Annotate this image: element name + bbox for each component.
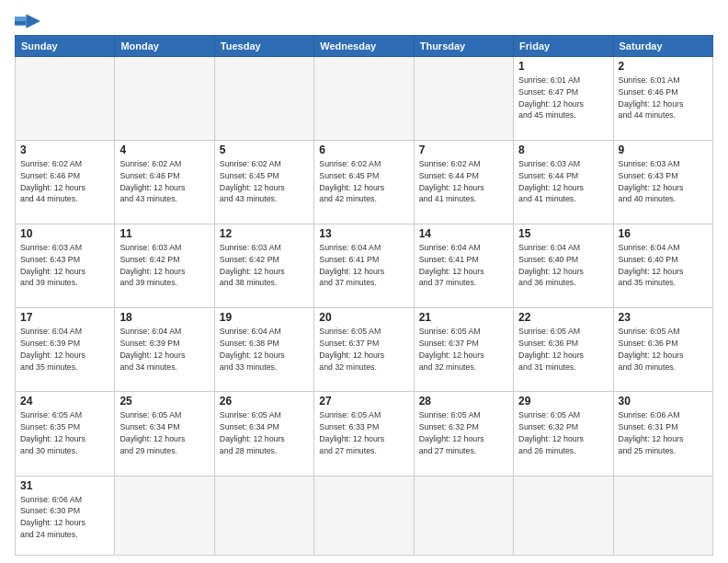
page: SundayMondayTuesdayWednesdayThursdayFrid… [0, 0, 728, 563]
day-number: 7 [419, 144, 508, 156]
calendar-cell: 9Sunrise: 6:03 AM Sunset: 6:43 PM Daylig… [613, 141, 712, 224]
day-info: Sunrise: 6:05 AM Sunset: 6:35 PM Dayligh… [20, 409, 109, 456]
day-info: Sunrise: 6:04 AM Sunset: 6:41 PM Dayligh… [419, 242, 508, 289]
day-info: Sunrise: 6:04 AM Sunset: 6:39 PM Dayligh… [20, 326, 109, 373]
calendar-cell [115, 57, 214, 141]
calendar-cell: 28Sunrise: 6:05 AM Sunset: 6:32 PM Dayli… [414, 392, 513, 476]
weekday-header-thursday: Thursday [414, 36, 513, 57]
calendar-cell: 29Sunrise: 6:05 AM Sunset: 6:32 PM Dayli… [514, 392, 613, 476]
calendar-cell [514, 476, 613, 555]
week-row-3: 17Sunrise: 6:04 AM Sunset: 6:39 PM Dayli… [16, 308, 713, 392]
header [15, 11, 713, 31]
weekday-header-saturday: Saturday [613, 36, 712, 57]
calendar-cell: 11Sunrise: 6:03 AM Sunset: 6:42 PM Dayli… [115, 224, 214, 308]
day-number: 16 [619, 227, 708, 240]
calendar-table: SundayMondayTuesdayWednesdayThursdayFrid… [15, 35, 713, 556]
day-number: 28 [419, 395, 508, 408]
day-info: Sunrise: 6:05 AM Sunset: 6:34 PM Dayligh… [220, 409, 309, 456]
calendar-cell: 19Sunrise: 6:04 AM Sunset: 6:38 PM Dayli… [214, 308, 313, 392]
day-info: Sunrise: 6:03 AM Sunset: 6:43 PM Dayligh… [619, 158, 708, 205]
day-info: Sunrise: 6:02 AM Sunset: 6:45 PM Dayligh… [319, 158, 408, 205]
calendar-cell: 22Sunrise: 6:05 AM Sunset: 6:36 PM Dayli… [514, 308, 613, 392]
calendar-cell: 5Sunrise: 6:02 AM Sunset: 6:45 PM Daylig… [214, 141, 313, 224]
calendar-cell: 27Sunrise: 6:05 AM Sunset: 6:33 PM Dayli… [314, 392, 414, 476]
svg-rect-2 [15, 17, 26, 21]
day-number: 24 [20, 395, 109, 408]
day-number: 13 [319, 227, 408, 240]
calendar-cell: 12Sunrise: 6:03 AM Sunset: 6:42 PM Dayli… [214, 224, 313, 308]
calendar-cell [414, 476, 513, 555]
day-number: 23 [619, 311, 708, 324]
day-number: 25 [119, 395, 209, 408]
generalblue-logo-icon [15, 11, 40, 31]
day-info: Sunrise: 6:01 AM Sunset: 6:47 PM Dayligh… [518, 75, 608, 121]
calendar-cell: 26Sunrise: 6:05 AM Sunset: 6:34 PM Dayli… [214, 392, 313, 476]
week-row-1: 3Sunrise: 6:02 AM Sunset: 6:46 PM Daylig… [16, 141, 713, 224]
week-row-2: 10Sunrise: 6:03 AM Sunset: 6:43 PM Dayli… [16, 224, 713, 308]
day-number: 10 [20, 227, 109, 240]
day-number: 5 [220, 144, 309, 156]
day-info: Sunrise: 6:02 AM Sunset: 6:46 PM Dayligh… [20, 158, 109, 205]
calendar-cell [115, 476, 214, 555]
day-number: 20 [319, 311, 408, 324]
svg-marker-1 [26, 14, 40, 29]
weekday-header-row: SundayMondayTuesdayWednesdayThursdayFrid… [16, 36, 713, 57]
day-info: Sunrise: 6:05 AM Sunset: 6:37 PM Dayligh… [319, 326, 408, 373]
calendar-cell: 8Sunrise: 6:03 AM Sunset: 6:44 PM Daylig… [514, 141, 613, 224]
day-info: Sunrise: 6:04 AM Sunset: 6:38 PM Dayligh… [220, 326, 309, 373]
calendar-cell: 20Sunrise: 6:05 AM Sunset: 6:37 PM Dayli… [314, 308, 414, 392]
calendar-cell: 7Sunrise: 6:02 AM Sunset: 6:44 PM Daylig… [414, 141, 513, 224]
day-info: Sunrise: 6:05 AM Sunset: 6:34 PM Dayligh… [119, 409, 209, 456]
day-info: Sunrise: 6:05 AM Sunset: 6:36 PM Dayligh… [518, 326, 608, 373]
calendar-cell [613, 476, 712, 555]
calendar-cell [16, 57, 115, 141]
calendar-cell [314, 476, 414, 555]
week-row-4: 24Sunrise: 6:05 AM Sunset: 6:35 PM Dayli… [16, 392, 713, 476]
calendar-cell: 6Sunrise: 6:02 AM Sunset: 6:45 PM Daylig… [314, 141, 414, 224]
day-number: 9 [619, 144, 708, 156]
day-number: 6 [319, 144, 408, 156]
day-info: Sunrise: 6:05 AM Sunset: 6:36 PM Dayligh… [619, 326, 708, 373]
calendar-cell [414, 57, 513, 141]
day-info: Sunrise: 6:04 AM Sunset: 6:39 PM Dayligh… [119, 326, 209, 373]
day-info: Sunrise: 6:02 AM Sunset: 6:46 PM Dayligh… [119, 158, 209, 205]
day-number: 1 [518, 60, 608, 73]
calendar-cell: 13Sunrise: 6:04 AM Sunset: 6:41 PM Dayli… [314, 224, 414, 308]
day-info: Sunrise: 6:04 AM Sunset: 6:40 PM Dayligh… [518, 242, 608, 289]
day-number: 29 [518, 395, 608, 408]
day-number: 30 [619, 395, 708, 408]
weekday-header-wednesday: Wednesday [314, 36, 414, 57]
calendar-cell: 31Sunrise: 6:06 AM Sunset: 6:30 PM Dayli… [16, 476, 115, 555]
day-number: 14 [419, 227, 508, 240]
day-number: 31 [20, 479, 109, 492]
calendar-cell: 24Sunrise: 6:05 AM Sunset: 6:35 PM Dayli… [16, 392, 115, 476]
calendar-cell: 1Sunrise: 6:01 AM Sunset: 6:47 PM Daylig… [514, 57, 613, 141]
day-number: 15 [518, 227, 608, 240]
calendar-cell: 15Sunrise: 6:04 AM Sunset: 6:40 PM Dayli… [514, 224, 613, 308]
day-number: 4 [119, 144, 209, 156]
calendar-cell [314, 57, 414, 141]
calendar-cell: 14Sunrise: 6:04 AM Sunset: 6:41 PM Dayli… [414, 224, 513, 308]
day-info: Sunrise: 6:05 AM Sunset: 6:37 PM Dayligh… [419, 326, 508, 373]
day-info: Sunrise: 6:06 AM Sunset: 6:31 PM Dayligh… [619, 409, 708, 456]
day-number: 2 [619, 60, 708, 73]
logo [15, 11, 44, 31]
day-number: 3 [20, 144, 109, 156]
weekday-header-tuesday: Tuesday [214, 36, 313, 57]
day-info: Sunrise: 6:01 AM Sunset: 6:46 PM Dayligh… [619, 75, 708, 121]
calendar-cell: 2Sunrise: 6:01 AM Sunset: 6:46 PM Daylig… [613, 57, 712, 141]
calendar-cell: 30Sunrise: 6:06 AM Sunset: 6:31 PM Dayli… [613, 392, 712, 476]
day-info: Sunrise: 6:03 AM Sunset: 6:43 PM Dayligh… [20, 242, 109, 289]
day-info: Sunrise: 6:05 AM Sunset: 6:32 PM Dayligh… [419, 409, 508, 456]
day-number: 17 [20, 311, 109, 324]
day-info: Sunrise: 6:03 AM Sunset: 6:44 PM Dayligh… [518, 158, 608, 205]
day-info: Sunrise: 6:05 AM Sunset: 6:32 PM Dayligh… [518, 409, 608, 456]
calendar-cell [214, 476, 313, 555]
day-info: Sunrise: 6:06 AM Sunset: 6:30 PM Dayligh… [20, 494, 109, 541]
calendar-cell: 18Sunrise: 6:04 AM Sunset: 6:39 PM Dayli… [115, 308, 214, 392]
weekday-header-sunday: Sunday [16, 36, 115, 57]
day-info: Sunrise: 6:02 AM Sunset: 6:44 PM Dayligh… [419, 158, 508, 205]
day-info: Sunrise: 6:04 AM Sunset: 6:41 PM Dayligh… [319, 242, 408, 289]
day-number: 11 [119, 227, 209, 240]
day-number: 26 [220, 395, 309, 408]
